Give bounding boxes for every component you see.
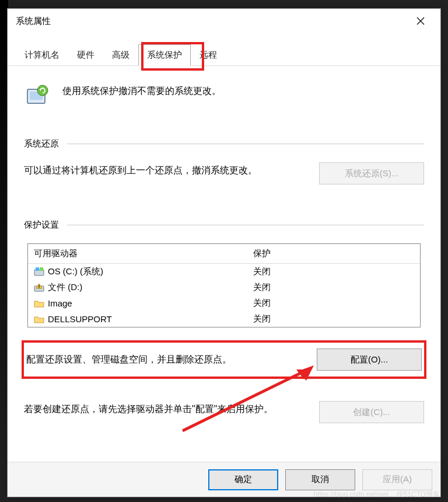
restore-desc: 可以通过将计算机还原到上一个还原点，撤消系统更改。 (24, 162, 307, 178)
tab-hardware[interactable]: 硬件 (68, 44, 103, 66)
drive-protection: 关闭 (253, 282, 271, 292)
window-title: 系统属性 (16, 16, 51, 27)
tab-label: 远程 (200, 50, 217, 60)
col-header-protection[interactable]: 保护 (247, 244, 420, 263)
cancel-button[interactable]: 取消 (285, 469, 355, 490)
table-row[interactable]: DELLSUPPORT 关闭 (28, 311, 420, 327)
dialog-content: 使用系统保护撤消不需要的系统更改。 系统还原 可以通过将计算机还原到上一个还原点… (8, 66, 440, 429)
system-restore-button[interactable]: 系统还原(S)... (319, 162, 424, 184)
intro-row: 使用系统保护撤消不需要的系统更改。 (24, 83, 424, 109)
tab-label: 硬件 (77, 50, 94, 60)
protection-section-header: 保护设置 (24, 219, 424, 231)
svg-rect-11 (38, 285, 39, 287)
table-row[interactable]: Image 关闭 (28, 295, 420, 311)
button-label: 配置(O)... (351, 354, 388, 365)
titlebar: 系统属性 (8, 9, 440, 33)
button-label: 取消 (312, 474, 329, 485)
button-label: 创建(C)... (353, 407, 390, 418)
tab-computer-name[interactable]: 计算机名 (16, 44, 68, 66)
configure-row: 配置还原设置、管理磁盘空间，并且删除还原点。 配置(O)... (24, 343, 424, 376)
close-button[interactable] (409, 12, 432, 30)
create-button[interactable]: 创建(C)... (319, 401, 424, 423)
drive-table: 可用驱动器 保护 OS (C:) (系统) 关闭 文件 (D:) 关闭 (27, 243, 421, 327)
tab-advanced[interactable]: 高级 (103, 44, 138, 66)
restore-row: 可以通过将计算机还原到上一个还原点，撤消系统更改。 系统还原(S)... (24, 162, 424, 184)
table-row[interactable]: 文件 (D:) 关闭 (28, 280, 420, 295)
system-protection-icon (24, 83, 50, 109)
close-icon (416, 17, 425, 25)
tab-remote[interactable]: 远程 (191, 44, 226, 66)
drive-protection: 关闭 (253, 266, 271, 276)
tab-label: 计算机名 (24, 50, 60, 60)
svg-point-4 (37, 85, 48, 96)
folder-icon (34, 314, 44, 325)
drive-name: DELLSUPPORT (48, 314, 112, 324)
tab-bar: 计算机名 硬件 高级 系统保护 远程 (8, 44, 440, 66)
table-row[interactable]: OS (C:) (系统) 关闭 (28, 264, 420, 280)
table-body: OS (C:) (系统) 关闭 文件 (D:) 关闭 Image (28, 264, 420, 327)
restore-section-title: 系统还原 (24, 138, 59, 149)
tab-system-protection[interactable]: 系统保护 (138, 44, 191, 66)
drive-protection: 关闭 (253, 298, 271, 308)
protection-section-title: 保护设置 (24, 219, 59, 231)
table-header: 可用驱动器 保护 (28, 244, 420, 264)
drive-name: OS (C:) (系统) (48, 266, 103, 277)
tab-label: 高级 (112, 50, 130, 60)
divider (67, 144, 424, 144)
divider (67, 225, 424, 225)
apply-button[interactable]: 应用(A) (362, 469, 432, 490)
svg-rect-7 (36, 267, 39, 271)
intro-text: 使用系统保护撤消不需要的系统更改。 (62, 83, 221, 99)
dialog-footer: 确定 取消 应用(A) (8, 462, 440, 497)
col-header-drive[interactable]: 可用驱动器 (28, 244, 247, 263)
configure-button[interactable]: 配置(O)... (317, 348, 422, 371)
folder-icon (34, 298, 44, 309)
create-desc: 若要创建还原点，请先选择驱动器并单击"配置"来启用保护。 (24, 401, 307, 417)
button-label: 应用(A) (383, 474, 412, 485)
drive-windows-icon (34, 267, 44, 277)
ok-button[interactable]: 确定 (208, 469, 278, 490)
svg-rect-8 (40, 267, 43, 271)
system-properties-dialog: 系统属性 计算机名 硬件 高级 系统保护 远程 使用系统保护撤消不需要的系统更改… (7, 8, 441, 497)
restore-section-header: 系统还原 (24, 138, 424, 149)
drive-name: Image (48, 298, 72, 308)
drive-warning-icon (34, 283, 44, 293)
configure-desc: 配置还原设置、管理磁盘空间，并且删除还原点。 (26, 351, 305, 367)
svg-rect-12 (38, 287, 39, 288)
create-row: 若要创建还原点，请先选择驱动器并单击"配置"来启用保护。 创建(C)... (24, 401, 424, 423)
button-label: 确定 (235, 474, 252, 485)
tab-label: 系统保护 (147, 50, 182, 60)
drive-protection: 关闭 (253, 313, 271, 323)
drive-name: 文件 (D:) (48, 282, 82, 293)
button-label: 系统还原(S)... (345, 168, 399, 179)
